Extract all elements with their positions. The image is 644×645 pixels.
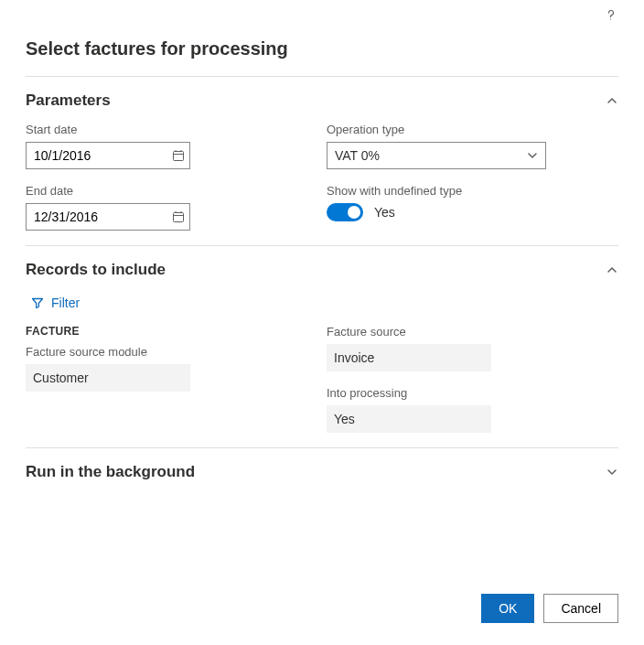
end-date-input[interactable] <box>27 210 167 224</box>
end-date-label: End date <box>26 184 317 198</box>
help-icon[interactable] <box>604 7 618 22</box>
section-title-background: Run in the background <box>26 463 195 481</box>
end-date-input-wrap[interactable] <box>26 203 190 231</box>
into-processing-value: Yes <box>327 405 491 433</box>
chevron-down-icon <box>606 466 618 478</box>
operation-type-label: Operation type <box>327 123 618 136</box>
cancel-button[interactable]: Cancel <box>543 594 618 623</box>
into-processing-label: Into processing <box>327 386 618 400</box>
ok-button[interactable]: OK <box>481 594 534 623</box>
operation-type-value: VAT 0% <box>335 148 380 163</box>
start-date-label: Start date <box>26 123 317 136</box>
facture-source-label: Facture source <box>327 325 618 339</box>
calendar-icon[interactable] <box>167 210 189 223</box>
records-body: Filter FACTURE Facture source module Cus… <box>26 292 618 447</box>
facture-source-module-label: Facture source module <box>26 345 317 359</box>
dialog-select-factures: Select factures for processing Parameter… <box>0 0 644 645</box>
show-undefined-label: Show with undefined type <box>327 184 618 198</box>
chevron-up-icon <box>606 263 618 276</box>
dialog-footer: OK Cancel <box>481 594 618 623</box>
facture-heading: FACTURE <box>26 325 317 338</box>
start-date-input-wrap[interactable] <box>26 142 190 169</box>
section-header-parameters[interactable]: Parameters <box>26 77 618 123</box>
calendar-icon[interactable] <box>167 149 189 162</box>
section-title-parameters: Parameters <box>26 91 111 110</box>
facture-source-module-value: Customer <box>26 364 190 392</box>
section-title-records: Records to include <box>26 261 166 279</box>
start-date-input[interactable] <box>27 148 167 163</box>
toggle-knob <box>348 206 360 219</box>
section-header-records[interactable]: Records to include <box>26 246 618 292</box>
page-title: Select factures for processing <box>26 0 618 76</box>
svg-rect-1 <box>174 152 184 161</box>
operation-type-select[interactable]: VAT 0% <box>327 142 546 169</box>
section-header-background[interactable]: Run in the background <box>26 448 618 494</box>
parameters-body: Start date End date <box>26 123 618 245</box>
svg-point-0 <box>610 18 611 19</box>
show-undefined-value: Yes <box>374 205 395 220</box>
facture-source-value: Invoice <box>327 344 491 371</box>
filter-button[interactable]: Filter <box>31 296 80 310</box>
svg-rect-2 <box>174 213 184 222</box>
chevron-down-icon <box>527 150 538 161</box>
filter-icon <box>31 296 44 309</box>
chevron-up-icon <box>606 94 618 107</box>
filter-label: Filter <box>51 296 80 310</box>
show-undefined-toggle[interactable] <box>327 203 363 221</box>
